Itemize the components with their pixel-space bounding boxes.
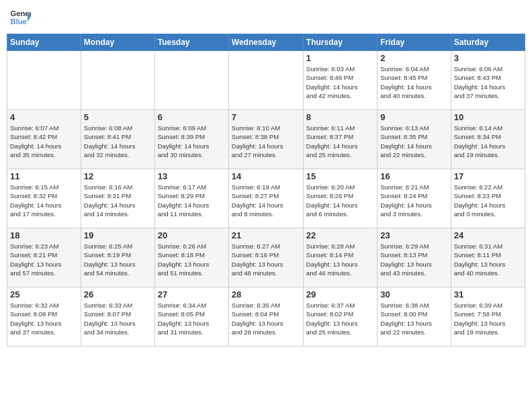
calendar-cell: 14Sunrise: 6:19 AM Sunset: 8:27 PM Dayli… [228, 169, 303, 228]
day-number: 3 [454, 53, 522, 63]
day-number: 26 [84, 289, 152, 300]
day-number: 2 [380, 53, 447, 63]
day-info: Sunrise: 6:10 AM Sunset: 8:38 PM Dayligh… [232, 124, 300, 159]
calendar-week-2: 4Sunrise: 6:07 AM Sunset: 8:42 PM Daylig… [7, 110, 525, 169]
day-info: Sunrise: 6:21 AM Sunset: 8:24 PM Dayligh… [380, 183, 447, 218]
day-info: Sunrise: 6:17 AM Sunset: 8:29 PM Dayligh… [158, 183, 226, 218]
day-info: Sunrise: 6:16 AM Sunset: 8:31 PM Dayligh… [84, 183, 152, 218]
day-number: 15 [306, 171, 374, 181]
day-number: 10 [454, 112, 522, 122]
day-info: Sunrise: 6:15 AM Sunset: 8:32 PM Dayligh… [10, 183, 78, 218]
day-number: 28 [232, 289, 300, 300]
day-number: 27 [158, 289, 226, 300]
calendar-cell: 23Sunrise: 6:29 AM Sunset: 8:13 PM Dayli… [378, 228, 451, 287]
day-info: Sunrise: 6:03 AM Sunset: 8:46 PM Dayligh… [306, 64, 374, 100]
page-header: General Blue [7, 7, 525, 28]
calendar-cell: 26Sunrise: 6:33 AM Sunset: 8:07 PM Dayli… [81, 287, 154, 347]
day-number: 18 [10, 230, 78, 240]
calendar-cell [81, 51, 154, 110]
day-info: Sunrise: 6:19 AM Sunset: 8:27 PM Dayligh… [232, 183, 300, 218]
day-info: Sunrise: 6:09 AM Sunset: 8:39 PM Dayligh… [158, 124, 226, 159]
day-info: Sunrise: 6:34 AM Sunset: 8:05 PM Dayligh… [158, 301, 226, 336]
day-info: Sunrise: 6:25 AM Sunset: 8:19 PM Dayligh… [84, 242, 152, 277]
day-info: Sunrise: 6:20 AM Sunset: 8:26 PM Dayligh… [306, 183, 374, 218]
day-info: Sunrise: 6:13 AM Sunset: 8:35 PM Dayligh… [380, 124, 447, 159]
calendar-cell [228, 51, 303, 110]
weekday-header-friday: Friday [378, 34, 451, 51]
day-number: 12 [84, 171, 152, 181]
day-info: Sunrise: 6:29 AM Sunset: 8:13 PM Dayligh… [380, 242, 447, 277]
calendar-cell: 1Sunrise: 6:03 AM Sunset: 8:46 PM Daylig… [303, 51, 377, 110]
calendar-cell: 19Sunrise: 6:25 AM Sunset: 8:19 PM Dayli… [81, 228, 154, 287]
calendar-cell: 18Sunrise: 6:23 AM Sunset: 8:21 PM Dayli… [7, 228, 81, 287]
day-number: 1 [306, 53, 374, 63]
logo-icon: General Blue [9, 7, 31, 28]
day-info: Sunrise: 6:37 AM Sunset: 8:02 PM Dayligh… [306, 301, 374, 336]
calendar-cell: 21Sunrise: 6:27 AM Sunset: 8:16 PM Dayli… [228, 228, 303, 287]
calendar-cell: 22Sunrise: 6:28 AM Sunset: 8:14 PM Dayli… [303, 228, 377, 287]
weekday-header-row: SundayMondayTuesdayWednesdayThursdayFrid… [7, 34, 525, 51]
day-number: 19 [84, 230, 152, 240]
weekday-header-sunday: Sunday [7, 34, 81, 51]
calendar-cell: 29Sunrise: 6:37 AM Sunset: 8:02 PM Dayli… [303, 287, 377, 347]
weekday-header-saturday: Saturday [451, 34, 525, 51]
day-info: Sunrise: 6:23 AM Sunset: 8:21 PM Dayligh… [10, 242, 78, 277]
day-info: Sunrise: 6:07 AM Sunset: 8:42 PM Dayligh… [10, 124, 78, 159]
day-number: 24 [454, 230, 522, 240]
day-number: 29 [306, 289, 374, 300]
day-info: Sunrise: 6:31 AM Sunset: 8:11 PM Dayligh… [454, 242, 522, 277]
calendar-cell: 6Sunrise: 6:09 AM Sunset: 8:39 PM Daylig… [154, 110, 228, 169]
day-info: Sunrise: 6:14 AM Sunset: 8:34 PM Dayligh… [454, 124, 522, 159]
day-number: 13 [158, 171, 226, 181]
calendar-cell: 4Sunrise: 6:07 AM Sunset: 8:42 PM Daylig… [7, 110, 81, 169]
calendar-week-4: 18Sunrise: 6:23 AM Sunset: 8:21 PM Dayli… [7, 228, 525, 287]
calendar-cell: 10Sunrise: 6:14 AM Sunset: 8:34 PM Dayli… [451, 110, 525, 169]
calendar-cell: 25Sunrise: 6:32 AM Sunset: 8:09 PM Dayli… [7, 287, 81, 347]
calendar-cell: 3Sunrise: 6:06 AM Sunset: 8:43 PM Daylig… [451, 51, 525, 110]
calendar-cell: 7Sunrise: 6:10 AM Sunset: 8:38 PM Daylig… [228, 110, 303, 169]
day-info: Sunrise: 6:06 AM Sunset: 8:43 PM Dayligh… [454, 64, 522, 100]
day-number: 8 [306, 112, 374, 122]
calendar-cell: 9Sunrise: 6:13 AM Sunset: 8:35 PM Daylig… [378, 110, 451, 169]
day-info: Sunrise: 6:38 AM Sunset: 8:00 PM Dayligh… [380, 301, 447, 336]
day-info: Sunrise: 6:08 AM Sunset: 8:41 PM Dayligh… [84, 124, 152, 159]
calendar-cell: 17Sunrise: 6:22 AM Sunset: 8:23 PM Dayli… [451, 169, 525, 228]
day-info: Sunrise: 6:39 AM Sunset: 7:58 PM Dayligh… [454, 301, 522, 336]
day-number: 6 [158, 112, 226, 122]
day-number: 21 [232, 230, 300, 240]
calendar-cell [7, 51, 81, 110]
day-info: Sunrise: 6:27 AM Sunset: 8:16 PM Dayligh… [232, 242, 300, 277]
day-info: Sunrise: 6:26 AM Sunset: 8:18 PM Dayligh… [158, 242, 226, 277]
day-info: Sunrise: 6:32 AM Sunset: 8:09 PM Dayligh… [10, 301, 78, 336]
calendar-week-1: 1Sunrise: 6:03 AM Sunset: 8:46 PM Daylig… [7, 51, 525, 110]
calendar-cell: 30Sunrise: 6:38 AM Sunset: 8:00 PM Dayli… [378, 287, 451, 347]
day-info: Sunrise: 6:35 AM Sunset: 8:04 PM Dayligh… [232, 301, 300, 336]
calendar-week-3: 11Sunrise: 6:15 AM Sunset: 8:32 PM Dayli… [7, 169, 525, 228]
calendar-cell: 12Sunrise: 6:16 AM Sunset: 8:31 PM Dayli… [81, 169, 154, 228]
calendar-week-5: 25Sunrise: 6:32 AM Sunset: 8:09 PM Dayli… [7, 287, 525, 347]
day-number: 5 [84, 112, 152, 122]
logo: General Blue [9, 7, 31, 28]
day-number: 31 [454, 289, 522, 300]
calendar-cell: 2Sunrise: 6:04 AM Sunset: 8:45 PM Daylig… [378, 51, 451, 110]
weekday-header-tuesday: Tuesday [154, 34, 228, 51]
day-info: Sunrise: 6:11 AM Sunset: 8:37 PM Dayligh… [306, 124, 374, 159]
day-number: 20 [158, 230, 226, 240]
day-number: 22 [306, 230, 374, 240]
calendar-cell: 27Sunrise: 6:34 AM Sunset: 8:05 PM Dayli… [154, 287, 228, 347]
weekday-header-wednesday: Wednesday [228, 34, 303, 51]
day-number: 11 [10, 171, 78, 181]
calendar-cell: 5Sunrise: 6:08 AM Sunset: 8:41 PM Daylig… [81, 110, 154, 169]
day-number: 25 [10, 289, 78, 300]
day-info: Sunrise: 6:28 AM Sunset: 8:14 PM Dayligh… [306, 242, 374, 277]
calendar-cell: 15Sunrise: 6:20 AM Sunset: 8:26 PM Dayli… [303, 169, 377, 228]
calendar-cell: 28Sunrise: 6:35 AM Sunset: 8:04 PM Dayli… [228, 287, 303, 347]
day-number: 14 [232, 171, 300, 181]
day-number: 16 [380, 171, 447, 181]
day-number: 23 [380, 230, 447, 240]
calendar-cell: 11Sunrise: 6:15 AM Sunset: 8:32 PM Dayli… [7, 169, 81, 228]
day-number: 7 [232, 112, 300, 122]
calendar-table: SundayMondayTuesdayWednesdayThursdayFrid… [7, 34, 525, 347]
calendar-cell: 16Sunrise: 6:21 AM Sunset: 8:24 PM Dayli… [378, 169, 451, 228]
calendar-cell: 31Sunrise: 6:39 AM Sunset: 7:58 PM Dayli… [451, 287, 525, 347]
